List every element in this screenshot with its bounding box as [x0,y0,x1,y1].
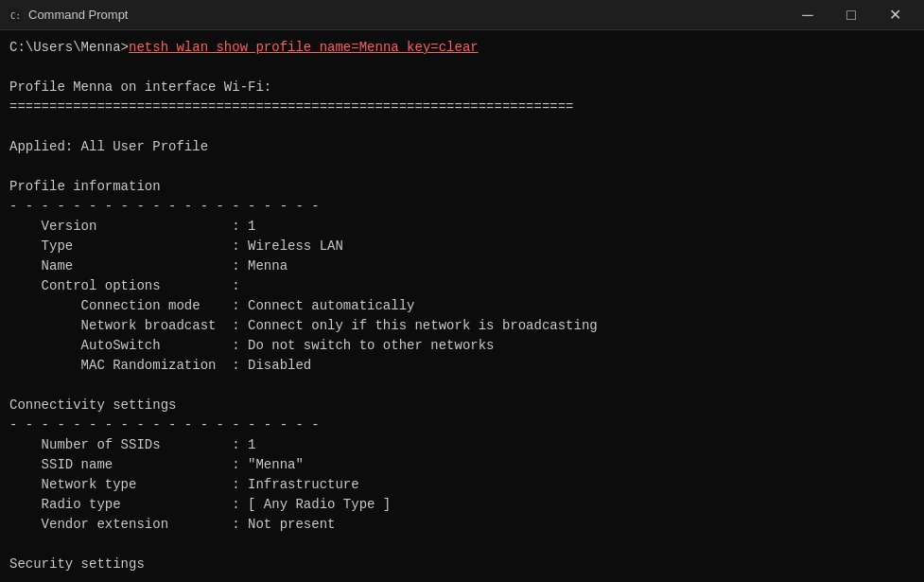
output-ssid-name: SSID name : "Menna" [9,455,915,475]
window-title: Command Prompt [28,8,128,22]
output-name: Name : Menna [9,256,915,276]
output-dash-1: - - - - - - - - - - - - - - - - - - - - [9,197,915,217]
output-autoswitch: AutoSwitch : Do not switch to other netw… [9,336,915,356]
output-conn-mode: Connection mode : Connect automatically [9,296,915,316]
output-dash-3: - - - - - - - - - - - - - - - - - - - - [9,574,915,582]
output-version: Version : 1 [9,217,915,237]
output-radio: Radio type : [ Any Radio Type ] [9,495,915,515]
output-separator: ========================================… [9,97,915,117]
window-controls: ─ □ ✕ [786,0,916,30]
command-text: netsh wlan show profile name=Menna key=c… [129,40,479,55]
svg-text:C:: C: [10,11,21,21]
output-num-ssids: Number of SSIDs : 1 [9,435,915,455]
output-blank-3 [9,157,915,177]
output-type: Type : Wireless LAN [9,237,915,256]
output-mac-random: MAC Randomization : Disabled [9,356,915,376]
output-control: Control options : [9,276,915,296]
minimize-button[interactable]: ─ [786,0,829,30]
output-blank-2 [9,117,915,137]
close-button[interactable]: ✕ [873,0,916,30]
output-blank-4 [9,376,915,396]
output-line-blank-1 [9,58,915,78]
output-profile-info: Profile information [9,177,915,197]
output-blank-5 [9,535,915,555]
terminal-window: C:\Users\Menna>netsh wlan show profile n… [0,30,924,582]
prompt: C:\Users\Menna> [9,40,129,55]
output-profile-header: Profile Menna on interface Wi-Fi: [9,78,915,97]
title-bar: C: Command Prompt ─ □ ✕ [0,0,924,30]
output-connectivity: Connectivity settings [9,396,915,415]
cmd-icon: C: [8,8,23,23]
output-dash-2: - - - - - - - - - - - - - - - - - - - - [9,415,915,435]
output-vendor: Vendor extension : Not present [9,515,915,535]
output-applied: Applied: All User Profile [9,137,915,157]
command-line: C:\Users\Menna>netsh wlan show profile n… [9,38,915,58]
title-bar-left: C: Command Prompt [8,8,128,23]
output-net-broadcast: Network broadcast : Connect only if this… [9,316,915,336]
output-security: Security settings [9,555,915,574]
maximize-button[interactable]: □ [829,0,873,30]
output-net-type: Network type : Infrastructure [9,475,915,495]
